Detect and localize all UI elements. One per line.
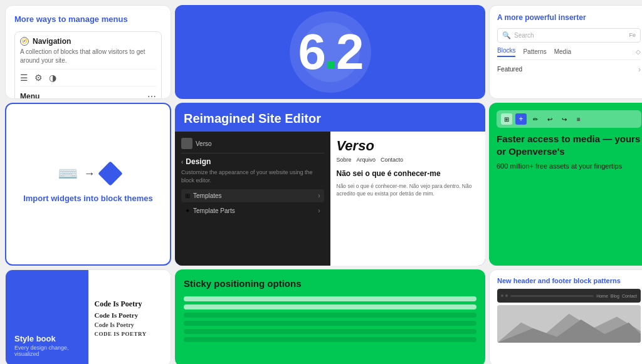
card-inserter: A more powerful inserter 🔍 Search Fe Blo… (489, 5, 642, 99)
widgets-icons-row: ⌨️ → (58, 164, 119, 184)
media-grid-icon[interactable]: ⊞ (501, 113, 512, 125)
editor-template-parts-item[interactable]: ✦ Template Parts › (181, 204, 324, 217)
nav-desc: A collection of blocks that allow visito… (20, 48, 156, 65)
editor-title: Reimagined Site Editor (175, 103, 330, 131)
search-icon: 🔍 (502, 31, 511, 39)
media-desc: 600 million+ free assets at your fingert… (497, 162, 641, 170)
verso-nav: Sobre Arquivo Contacto (337, 157, 480, 163)
menu-ellipsis[interactable]: ⋯ (147, 91, 156, 99)
verso-title: Verso (337, 138, 480, 154)
stylebook-subtitle: Every design change, visualized (14, 345, 80, 357)
media-pencil-icon[interactable]: ✏ (530, 113, 541, 125)
inserter-featured-label: Featured (497, 66, 522, 73)
card-sticky: Sticky positioning options (175, 269, 485, 364)
stylebook-title: Style book (14, 334, 80, 343)
editor-left-panel: Verso ‹ Design Customize the appearance … (175, 132, 330, 266)
inserter-tab-blocks[interactable]: Blocks (497, 47, 515, 57)
inserter-featured-row[interactable]: Featured › (497, 63, 641, 76)
editor-logo (181, 138, 192, 149)
card-editor: Reimagined Site Editor Verso ‹ Design Cu… (175, 103, 485, 266)
editor-templates-item[interactable]: ⊞ Templates › (181, 189, 324, 202)
inserter-search-placeholder: Search (514, 32, 534, 39)
templates-icon: ⊞ (185, 192, 190, 199)
sticky-lines-container (184, 296, 476, 342)
card-version: 6 . 2 (175, 5, 485, 99)
poetry-line-3: Code Is Poetry (95, 321, 165, 328)
header-footer-title: New header and footer block patterns (497, 276, 641, 285)
nav-label: Navigation (33, 37, 71, 46)
media-title: Faster access to media — yours or Openve… (497, 133, 641, 157)
stylebook-right: Code Is Poetry Code Is Poetry Code Is Po… (88, 270, 171, 364)
poetry-line-4: CODE IS POETRY (95, 331, 165, 337)
inserter-tab-diamond: ◇ (636, 48, 641, 55)
verso-nav-arquivo: Arquivo (357, 157, 376, 163)
widget-arrow-icon: → (84, 167, 95, 180)
menu-icon-contrast: ◑ (49, 73, 56, 83)
inserter-fe-badge: Fe (629, 32, 636, 38)
editor-right-panel: Verso Sobre Arquivo Contacto Não sei o q… (330, 132, 486, 266)
menu-icon-gear: ⚙ (34, 73, 43, 83)
media-more-icon[interactable]: ≡ (573, 113, 584, 125)
card-media: ⊞ + ✏ ↩ ↪ ≡ Faster access to media — you… (489, 103, 642, 266)
poetry-line-1: Code Is Poetry (95, 299, 165, 309)
verso-text: Não sei o que é conhecer-me. Não vejo pa… (337, 182, 480, 199)
media-toolbar: ⊞ + ✏ ↩ ↪ ≡ (497, 110, 641, 128)
template-parts-label: Template Parts (193, 207, 235, 214)
card-widgets: ⌨️ → Import widgets into block themes (5, 103, 171, 266)
header-footer-mockup: HomeBlogContact (497, 289, 641, 303)
editor-design-label: Design (186, 157, 211, 166)
widgets-title: Import widgets into block themes (23, 192, 153, 205)
templates-chevron: › (318, 192, 320, 199)
inserter-tab-patterns[interactable]: Patterns (523, 48, 546, 55)
inserter-search-bar[interactable]: 🔍 Search Fe (497, 28, 641, 43)
templates-label: Templates (193, 192, 222, 199)
widget-keyboard-icon: ⌨️ (58, 164, 78, 184)
card-menus: More ways to manage menus 🧭 Navigation A… (5, 5, 171, 99)
menus-mockup: 🧭 Navigation A collection of blocks that… (14, 31, 162, 99)
sticky-line-2 (184, 304, 476, 309)
inserter-featured-chevron: › (638, 65, 641, 74)
media-undo-icon[interactable]: ↩ (544, 113, 555, 125)
stylebook-left: Style book Every design change, visualiz… (6, 270, 88, 364)
sticky-line-1 (184, 296, 476, 301)
card-menus-title: More ways to manage menus (14, 14, 162, 25)
inserter-tabs-row: Blocks Patterns Media ◇ (497, 47, 641, 60)
version-number: 6 . 2 (298, 23, 362, 81)
sticky-title: Sticky positioning options (184, 278, 476, 289)
media-redo-icon[interactable]: ↪ (559, 113, 570, 125)
menu-icon-lines: ☰ (20, 73, 28, 83)
verso-nav-contacto: Contacto (381, 157, 403, 163)
card-stylebook: Style book Every design change, visualiz… (5, 269, 171, 364)
card-bottom-right: New header and footer block patterns Hom… (489, 269, 642, 364)
sticky-line-5 (184, 329, 476, 334)
header-footer-image (497, 305, 641, 343)
sticky-line-6 (184, 337, 476, 342)
template-parts-icon: ✦ (185, 207, 190, 214)
sticky-line-4 (184, 321, 476, 326)
widget-diamond-icon (98, 161, 123, 186)
header-footer-section: New header and footer block patterns Hom… (490, 270, 642, 346)
editor-theme-name: Verso (196, 140, 212, 147)
sticky-line-3 (184, 313, 476, 318)
editor-back-arrow: ‹ (181, 159, 183, 165)
menu-label: Menu (20, 92, 39, 99)
template-parts-chevron: › (318, 207, 320, 214)
inserter-tab-media[interactable]: Media (554, 48, 571, 55)
inserter-title: A more powerful inserter (497, 13, 641, 23)
poetry-line-2: Code Is Poetry (95, 311, 165, 319)
verso-nav-sobre: Sobre (337, 157, 352, 163)
editor-design-desc: Customize the appearance of your website… (181, 169, 324, 184)
media-plus-icon[interactable]: + (515, 113, 527, 125)
verso-heading: Não sei o que é conhecer-me (337, 169, 480, 179)
